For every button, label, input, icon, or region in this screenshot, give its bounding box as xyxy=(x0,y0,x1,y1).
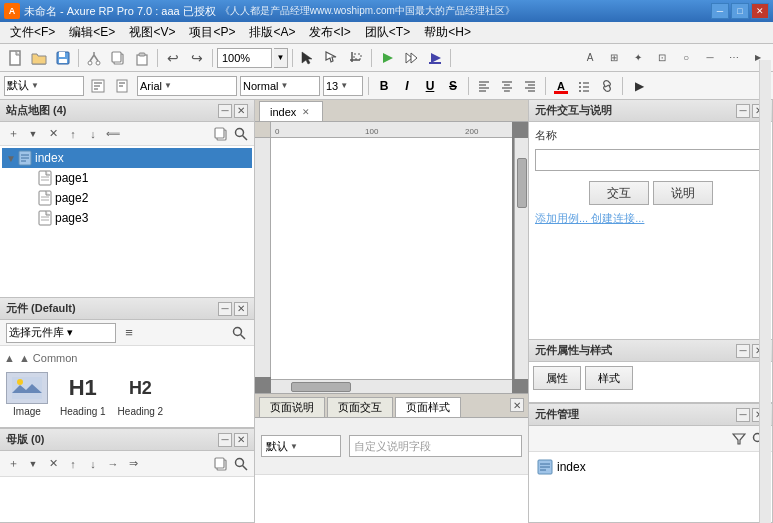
right-tool-2[interactable]: ⊞ xyxy=(603,47,625,69)
zoom-dropdown[interactable]: ▼ xyxy=(274,48,288,68)
publish-button[interactable] xyxy=(424,47,446,69)
menu-layout[interactable]: 排版<A> xyxy=(243,22,301,43)
scroll-thumb-horizontal[interactable] xyxy=(291,382,351,392)
canvas-scroll-vertical[interactable] xyxy=(514,138,528,379)
bottom-close-icon[interactable]: ✕ xyxy=(510,398,524,412)
minimize-button[interactable]: ─ xyxy=(711,3,729,19)
right-tool-5[interactable]: ○ xyxy=(675,47,697,69)
menu-help[interactable]: 帮助<H> xyxy=(418,22,477,43)
components-minimize-btn[interactable]: ─ xyxy=(218,302,232,316)
right-tool-7[interactable]: ⋯ xyxy=(723,47,745,69)
bottom-tab-note[interactable]: 页面说明 xyxy=(259,397,325,417)
sitemap-expand-btn[interactable]: ▼ xyxy=(24,125,42,143)
mgmt-minimize-btn[interactable]: ─ xyxy=(736,408,750,422)
copy-button[interactable] xyxy=(107,47,129,69)
canvas-tab-close[interactable]: ✕ xyxy=(300,106,312,118)
connect-mode-button[interactable] xyxy=(321,47,343,69)
bottom-note-field[interactable]: 自定义说明字段 xyxy=(349,435,522,457)
align-right-button[interactable] xyxy=(520,76,540,96)
comp-image[interactable]: Image xyxy=(4,370,50,419)
master-arrow-btn[interactable]: → xyxy=(104,455,122,473)
italic-button[interactable]: I xyxy=(397,76,417,96)
canvas-tab-index[interactable]: index ✕ xyxy=(259,101,323,121)
sitemap-close-btn[interactable]: ✕ xyxy=(234,104,248,118)
components-search-btn[interactable] xyxy=(230,324,248,342)
style-style-btn[interactable]: 样式 xyxy=(585,366,633,390)
sitemap-search-btn[interactable] xyxy=(232,125,250,143)
canvas-white[interactable] xyxy=(271,138,512,379)
bullet-list-button[interactable] xyxy=(574,76,594,96)
interact-interact-btn[interactable]: 交互 xyxy=(589,181,649,205)
master-expand-btn[interactable]: ▼ xyxy=(24,455,42,473)
save-button[interactable] xyxy=(52,47,74,69)
maximize-button[interactable]: □ xyxy=(731,3,749,19)
sitemap-indent-btn[interactable]: ⟸ xyxy=(104,125,122,143)
select-mode-button[interactable] xyxy=(297,47,319,69)
master-delete-btn[interactable]: ✕ xyxy=(44,455,62,473)
align-center-button[interactable] xyxy=(497,76,517,96)
undo-button[interactable]: ↩ xyxy=(162,47,184,69)
library-select[interactable]: 选择元件库 ▾ xyxy=(6,323,116,343)
toolbar-more-button[interactable]: ▶ xyxy=(628,75,650,97)
style-apply-button[interactable] xyxy=(87,75,109,97)
tree-item-page1[interactable]: page1 xyxy=(2,168,252,188)
interact-scrollbar[interactable] xyxy=(759,60,771,523)
menu-file[interactable]: 文件<F> xyxy=(4,22,61,43)
style-minimize-btn[interactable]: ─ xyxy=(736,344,750,358)
open-button[interactable] xyxy=(28,47,50,69)
crop-mode-button[interactable] xyxy=(345,47,367,69)
right-tool-3[interactable]: ✦ xyxy=(627,47,649,69)
style-clear-button[interactable] xyxy=(112,75,134,97)
mgmt-filter-btn[interactable] xyxy=(730,430,748,448)
align-left-button[interactable] xyxy=(474,76,494,96)
close-button[interactable]: ✕ xyxy=(751,3,769,19)
tree-item-page3[interactable]: page3 xyxy=(2,208,252,228)
link-button[interactable] xyxy=(597,76,617,96)
menu-project[interactable]: 项目<P> xyxy=(183,22,241,43)
tree-item-page2[interactable]: page2 xyxy=(2,188,252,208)
tree-item-index[interactable]: ▼ index xyxy=(2,148,252,168)
master-down-btn[interactable]: ↓ xyxy=(84,455,102,473)
interact-minimize-btn[interactable]: ─ xyxy=(736,104,750,118)
master-minimize-btn[interactable]: ─ xyxy=(218,433,232,447)
comp-h2[interactable]: H2 Heading 2 xyxy=(116,370,166,419)
cut-button[interactable] xyxy=(83,47,105,69)
master-close-btn[interactable]: ✕ xyxy=(234,433,248,447)
interact-name-input[interactable] xyxy=(535,149,766,171)
sitemap-up-btn[interactable]: ↑ xyxy=(64,125,82,143)
sitemap-down-btn[interactable]: ↓ xyxy=(84,125,102,143)
right-tool-6[interactable]: ─ xyxy=(699,47,721,69)
font-style-select[interactable]: Normal ▼ xyxy=(240,76,320,96)
components-menu-btn[interactable]: ≡ xyxy=(120,324,138,342)
font-size-select[interactable]: 13 ▼ xyxy=(323,76,363,96)
canvas-scroll-horizontal[interactable] xyxy=(271,379,512,393)
comp-h1[interactable]: H1 Heading 1 xyxy=(58,370,108,419)
redo-button[interactable]: ↪ xyxy=(186,47,208,69)
bottom-tab-style[interactable]: 页面样式 xyxy=(395,397,461,417)
preview-opts-button[interactable] xyxy=(400,47,422,69)
interact-note-btn[interactable]: 说明 xyxy=(653,181,713,205)
scroll-thumb-vertical[interactable] xyxy=(517,158,527,208)
menu-publish[interactable]: 发布<I> xyxy=(303,22,356,43)
preview-button[interactable] xyxy=(376,47,398,69)
master-duplicate-btn[interactable] xyxy=(212,455,230,473)
strikethrough-button[interactable]: S xyxy=(443,76,463,96)
master-arrow2-btn[interactable]: ⇒ xyxy=(124,455,142,473)
master-add-btn[interactable]: ＋ xyxy=(4,455,22,473)
default-style-select[interactable]: 默认 ▼ xyxy=(4,76,84,96)
sitemap-duplicate-btn[interactable] xyxy=(212,125,230,143)
interact-add-link[interactable]: 添加用例... 创建连接... xyxy=(535,211,766,226)
paste-button[interactable] xyxy=(131,47,153,69)
master-up-btn[interactable]: ↑ xyxy=(64,455,82,473)
menu-team[interactable]: 团队<T> xyxy=(359,22,416,43)
font-color-button[interactable]: A xyxy=(551,76,571,96)
bottom-panel-close-btn[interactable]: ✕ xyxy=(510,398,524,412)
sitemap-minimize-btn[interactable]: ─ xyxy=(218,104,232,118)
style-props-btn[interactable]: 属性 xyxy=(533,366,581,390)
right-tool-1[interactable]: A xyxy=(579,47,601,69)
new-button[interactable] xyxy=(4,47,26,69)
menu-view[interactable]: 视图<V> xyxy=(123,22,181,43)
font-family-select[interactable]: Arial ▼ xyxy=(137,76,237,96)
mgmt-item-index[interactable]: index xyxy=(533,456,768,478)
menu-edit[interactable]: 编辑<E> xyxy=(63,22,121,43)
